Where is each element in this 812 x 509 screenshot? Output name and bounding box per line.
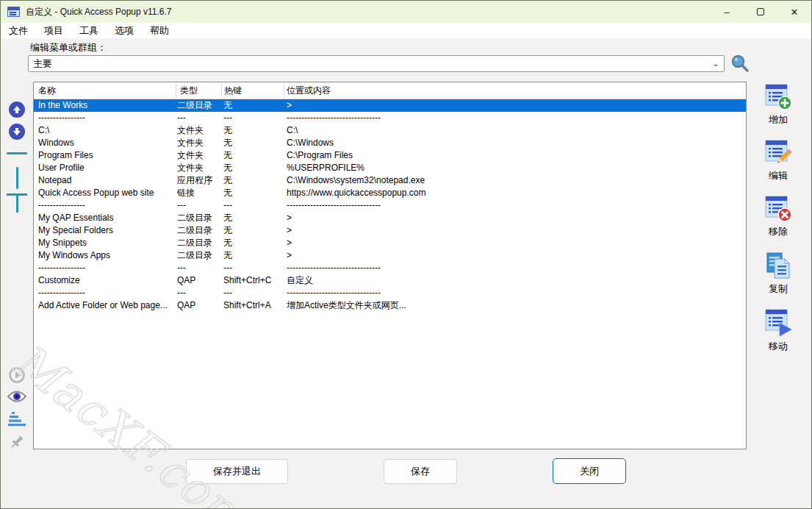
menu-top-icon[interactable] (1, 193, 33, 214)
menu-file[interactable]: 文件 (1, 23, 36, 38)
menu-help[interactable]: 帮助 (142, 23, 177, 38)
table-row[interactable]: My Snippets 二级目录 无 > (34, 237, 746, 249)
eye-icon[interactable] (1, 389, 33, 404)
copy-icon (764, 251, 793, 280)
combobox-value: 主要 (29, 57, 708, 71)
edit-button[interactable]: 编辑 (764, 139, 793, 182)
items-table: 名称 类型 热键 位置或内容 In the Works 二级目录 无 > ---… (33, 82, 747, 449)
close-dialog-button[interactable]: 关闭 (553, 458, 626, 484)
add-button-label: 增加 (769, 113, 788, 127)
table-row[interactable]: Customize QAP Shift+Ctrl+C 自定义 (34, 274, 746, 287)
search-icon[interactable] (730, 53, 750, 74)
table-row[interactable]: My Windows Apps 二级目录 无 > (34, 249, 746, 262)
remove-icon (764, 195, 793, 223)
table-row[interactable]: ---------------- --- --- ---------------… (34, 287, 746, 299)
menu-select-combobox[interactable]: 主要 ⌄ (28, 55, 725, 72)
table-row[interactable]: Notepad 应用程序 无 C:\Windows\system32\notep… (34, 174, 746, 187)
table-row[interactable]: Windows 文件夹 无 C:\Windows (34, 137, 746, 149)
move-down-icon[interactable] (1, 124, 33, 140)
right-toolbar: 增加 编辑 (750, 83, 807, 366)
table-row[interactable]: User Profile 文件夹 无 %USERPROFILE% (34, 162, 746, 174)
table-row[interactable]: My Special Folders 二级目录 无 > (34, 224, 746, 237)
menu-tools[interactable]: 工具 (71, 23, 107, 38)
table-row[interactable]: Quick Access Popup web site 链接 无 https:/… (34, 187, 746, 199)
table-header: 名称 类型 热键 位置或内容 (34, 82, 746, 99)
table-row[interactable]: In the Works 二级目录 无 > (34, 99, 746, 112)
separator-line-icon[interactable] (1, 152, 33, 154)
move-icon (764, 308, 793, 338)
edit-menu-label: 编辑菜单或群组： (30, 41, 107, 54)
table-row[interactable]: Program Files 文件夹 无 C:\Program Files (34, 149, 746, 162)
table-row[interactable]: ---------------- --- --- ---------------… (34, 112, 746, 124)
table-row[interactable]: ---------------- --- --- ---------------… (34, 199, 746, 212)
title-bar: 自定义 - Quick Access Popup v11.6.7 – ✕ (1, 1, 811, 23)
window-title: 自定义 - Quick Access Popup v11.6.7 (26, 6, 172, 18)
close-button-icon[interactable]: ✕ (777, 1, 811, 23)
edit-icon (764, 139, 793, 167)
app-window: 自定义 - Quick Access Popup v11.6.7 – ✕ 文件 … (0, 0, 812, 509)
save-button[interactable]: 保存 (384, 459, 457, 484)
menu-options[interactable]: 选项 (107, 23, 142, 38)
add-button[interactable]: 增加 (764, 83, 793, 127)
copy-button-label: 复制 (769, 282, 788, 296)
move-button[interactable]: 移动 (764, 308, 793, 353)
table-row[interactable]: My QAP Essentials 二级目录 无 > (34, 212, 746, 224)
table-row[interactable]: ---------------- --- --- ---------------… (34, 262, 746, 274)
minimize-button-icon[interactable]: – (710, 1, 744, 23)
remove-button[interactable]: 移除 (764, 195, 793, 238)
edit-button-label: 编辑 (769, 169, 788, 182)
chevron-down-icon[interactable]: ⌄ (708, 59, 724, 68)
pin-icon[interactable] (1, 433, 33, 451)
sort-bars-icon[interactable] (1, 411, 33, 429)
run-icon[interactable] (1, 367, 33, 383)
col-header-name[interactable]: 名称 (38, 82, 56, 99)
column-break-icon[interactable] (1, 167, 33, 189)
col-header-location[interactable]: 位置或内容 (287, 82, 331, 99)
col-header-hotkey[interactable]: 热键 (224, 82, 242, 99)
add-icon (764, 83, 793, 111)
table-row[interactable]: Add Active Folder or Web page... QAP Shi… (34, 299, 746, 312)
maximize-button-icon[interactable] (744, 1, 777, 23)
move-button-label: 移动 (769, 340, 788, 353)
app-icon (7, 7, 20, 17)
col-header-type[interactable]: 类型 (180, 82, 198, 99)
move-up-icon[interactable] (1, 102, 33, 118)
copy-button[interactable]: 复制 (764, 251, 793, 296)
left-toolbar (1, 77, 33, 508)
remove-button-label: 移除 (769, 225, 788, 238)
item-list: In the Works 二级目录 无 > ---------------- -… (34, 99, 746, 449)
menu-item[interactable]: 项目 (36, 23, 71, 38)
table-row[interactable]: C:\ 文件夹 无 C:\ (34, 124, 746, 137)
menu-bar: 文件 项目 工具 选项 帮助 (1, 23, 811, 38)
save-exit-button[interactable]: 保存并退出 (186, 459, 288, 484)
